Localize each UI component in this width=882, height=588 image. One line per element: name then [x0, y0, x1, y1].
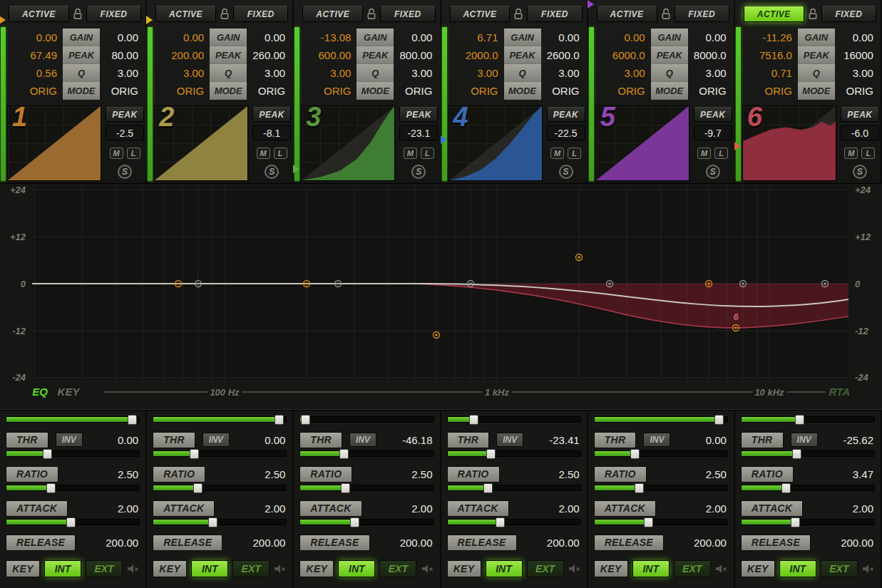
thr-slider-handle[interactable] — [714, 415, 724, 425]
attack-slider-handle[interactable] — [341, 483, 350, 493]
inv-button[interactable]: INV — [56, 433, 83, 447]
freq-fixed-value[interactable]: 16000 — [835, 49, 882, 61]
attack-button[interactable]: ATTACK — [447, 500, 509, 517]
q-current-value[interactable]: 3.00 — [301, 67, 357, 79]
attack-slider-handle[interactable] — [635, 483, 644, 493]
gain-current-value[interactable]: 0.00 — [154, 31, 210, 43]
fixed-button[interactable]: FIXED — [675, 6, 729, 22]
thr-button[interactable]: THR — [741, 432, 784, 448]
ext-button[interactable]: EXT — [379, 560, 416, 577]
lock-icon[interactable] — [366, 8, 376, 19]
attack-button[interactable]: ATTACK — [6, 500, 68, 517]
mode-current-value[interactable]: ORIG — [595, 85, 651, 97]
mode-fixed-value[interactable]: ORIG — [688, 85, 735, 97]
ratio-slider[interactable] — [594, 450, 728, 457]
fixed-button[interactable]: FIXED — [233, 6, 288, 22]
lock-icon[interactable] — [808, 8, 818, 19]
fixed-button[interactable]: FIXED — [527, 6, 582, 22]
freq-current-value[interactable]: 67.49 — [7, 49, 63, 61]
listen-button[interactable]: L — [861, 148, 875, 159]
release-slider[interactable] — [299, 519, 434, 525]
attack-button[interactable]: ATTACK — [741, 500, 803, 517]
lock-icon[interactable] — [513, 8, 523, 19]
mode-fixed-value[interactable]: ORIG — [100, 85, 147, 97]
ext-button[interactable]: EXT — [86, 560, 123, 577]
listen-button[interactable]: L — [714, 148, 728, 159]
q-fixed-value[interactable]: 3.00 — [835, 67, 882, 79]
thr-slider-handle[interactable] — [128, 415, 137, 425]
fixed-button[interactable]: FIXED — [86, 6, 141, 22]
thr-slider-handle[interactable] — [275, 415, 284, 425]
mode-fixed-value[interactable]: ORIG — [835, 85, 882, 97]
ratio-slider-handle[interactable] — [630, 449, 640, 459]
attack-slider-handle[interactable] — [193, 483, 202, 493]
mode-fixed-value[interactable]: ORIG — [247, 85, 294, 97]
int-button[interactable]: INT — [632, 560, 670, 577]
attack-slider-handle[interactable] — [781, 483, 791, 493]
gain-current-value[interactable]: 0.00 — [595, 31, 651, 43]
attack-button[interactable]: ATTACK — [299, 500, 361, 517]
fixed-button[interactable]: FIXED — [380, 6, 435, 22]
release-button[interactable]: RELEASE — [447, 535, 517, 551]
release-slider-handle[interactable] — [208, 517, 217, 527]
gain-current-value[interactable]: -13.08 — [301, 31, 357, 43]
band-transfer-display[interactable]: 3 — [301, 105, 395, 181]
int-button[interactable]: INT — [191, 560, 228, 577]
ratio-slider-handle[interactable] — [190, 449, 199, 459]
threshold-arrow-icon[interactable] — [0, 16, 6, 24]
int-button[interactable]: INT — [779, 560, 816, 577]
threshold-arrow-icon[interactable] — [441, 135, 447, 144]
key-button[interactable]: KEY — [6, 560, 40, 577]
solo-button[interactable]: S — [853, 165, 867, 179]
int-button[interactable]: INT — [44, 560, 81, 577]
thr-slider-handle[interactable] — [469, 415, 478, 425]
rta-button[interactable]: RTA — [829, 386, 850, 398]
ratio-button[interactable]: RATIO — [153, 466, 205, 483]
release-button[interactable]: RELEASE — [741, 535, 811, 551]
thr-slider[interactable] — [594, 416, 728, 423]
thr-slider[interactable] — [153, 416, 287, 423]
thr-button[interactable]: THR — [299, 432, 342, 448]
ratio-button[interactable]: RATIO — [741, 466, 794, 483]
release-button[interactable]: RELEASE — [153, 535, 222, 551]
gain-current-value[interactable]: 6.71 — [448, 31, 504, 43]
thr-button[interactable]: THR — [594, 432, 637, 448]
thr-slider[interactable] — [447, 416, 581, 423]
threshold-arrow-icon[interactable] — [293, 165, 299, 173]
freq-fixed-value[interactable]: 8000.0 — [688, 49, 735, 61]
thr-slider-handle[interactable] — [301, 415, 310, 425]
freq-current-value[interactable]: 600.00 — [301, 49, 357, 61]
thr-slider-handle[interactable] — [795, 415, 804, 425]
freq-fixed-value[interactable]: 260.00 — [247, 49, 294, 61]
mute-button[interactable]: M — [110, 148, 123, 159]
int-button[interactable]: INT — [338, 560, 375, 577]
release-slider-handle[interactable] — [350, 517, 359, 527]
attack-slider[interactable] — [6, 485, 140, 491]
lock-icon[interactable] — [661, 8, 671, 19]
sidechain-listen-muted-icon[interactable] — [862, 564, 875, 574]
q-fixed-value[interactable]: 3.00 — [688, 67, 735, 79]
release-slider[interactable] — [741, 519, 875, 525]
freq-fixed-value[interactable]: 2600.0 — [541, 49, 588, 61]
thr-button[interactable]: THR — [6, 432, 48, 448]
band-transfer-display[interactable]: 6 — [742, 105, 836, 181]
ratio-slider-handle[interactable] — [792, 449, 801, 459]
release-slider-handle[interactable] — [66, 517, 76, 527]
ratio-slider[interactable] — [153, 450, 287, 457]
mode-current-value[interactable]: ORIG — [7, 85, 63, 97]
attack-slider[interactable] — [153, 485, 287, 491]
q-current-value[interactable]: 3.00 — [154, 67, 210, 79]
ratio-slider-handle[interactable] — [43, 449, 52, 459]
freq-current-value[interactable]: 6000.0 — [595, 49, 651, 61]
listen-button[interactable]: L — [421, 148, 434, 159]
release-button[interactable]: RELEASE — [299, 535, 369, 551]
gain-fixed-value[interactable]: 0.00 — [688, 31, 735, 43]
active-button[interactable]: ACTIVE — [744, 6, 804, 22]
inv-button[interactable]: INV — [202, 433, 230, 447]
gain-fixed-value[interactable]: 0.00 — [247, 31, 294, 43]
lock-icon[interactable] — [220, 8, 230, 19]
solo-button[interactable]: S — [265, 165, 279, 179]
solo-button[interactable]: S — [411, 165, 426, 179]
lock-icon[interactable] — [73, 8, 83, 19]
ratio-button[interactable]: RATIO — [594, 466, 647, 483]
